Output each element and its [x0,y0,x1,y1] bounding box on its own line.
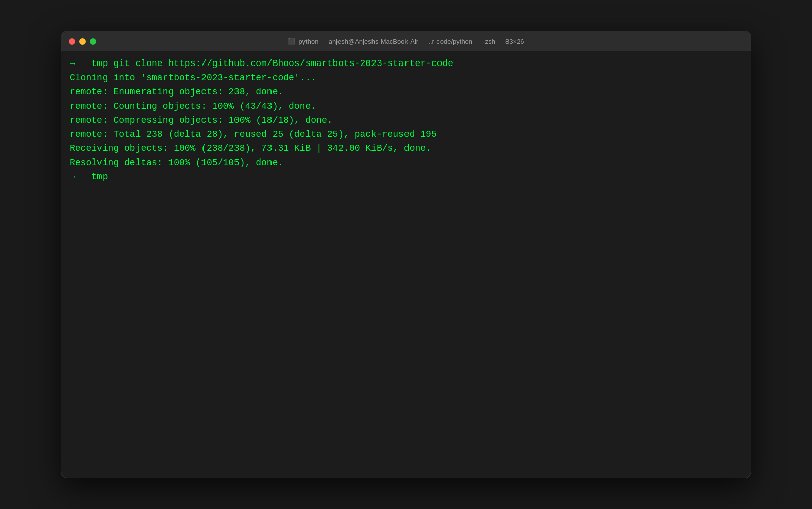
terminal-line-1: → tmp git clone https://github.com/Bhoos… [70,57,742,71]
close-button[interactable] [69,38,75,45]
titlebar: ⬛ python — anjesh@Anjeshs-MacBook-Air — … [61,31,751,51]
terminal-icon: ⬛ [288,38,295,45]
terminal-line-2: Cloning into 'smartbots-2023-starter-cod… [70,71,742,85]
terminal-body[interactable]: → tmp git clone https://github.com/Bhoos… [61,51,751,478]
terminal-line-5: remote: Compressing objects: 100% (18/18… [70,114,742,128]
window-title: python — anjesh@Anjeshs-MacBook-Air — ..… [298,38,524,45]
window-controls [69,38,96,45]
minimize-button[interactable] [79,38,86,45]
terminal-line-3: remote: Enumerating objects: 238, done. [70,85,742,100]
maximize-button[interactable] [90,38,96,45]
titlebar-text: ⬛ python — anjesh@Anjeshs-MacBook-Air — … [288,38,524,45]
terminal-line-7: Receiving objects: 100% (238/238), 73.31… [70,142,742,156]
terminal-window: ⬛ python — anjesh@Anjeshs-MacBook-Air — … [61,31,751,478]
terminal-line-8: Resolving deltas: 100% (105/105), done. [70,156,742,170]
terminal-line-4: remote: Counting objects: 100% (43/43), … [70,100,742,114]
terminal-line-6: remote: Total 238 (delta 28), reused 25 … [70,128,742,142]
terminal-line-9: → tmp [70,170,742,184]
